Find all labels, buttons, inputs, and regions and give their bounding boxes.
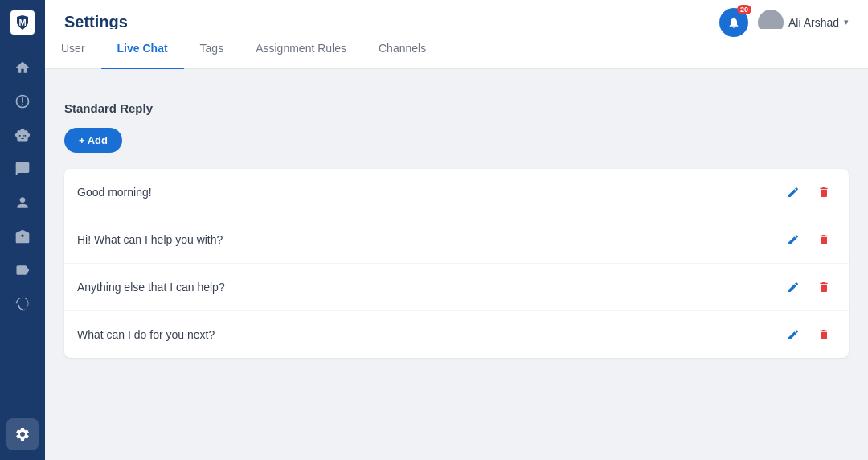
section-title: Standard Reply — [64, 101, 849, 115]
reply-item: Hi! What can I help you with? — [64, 216, 849, 264]
tab-user[interactable]: User — [45, 29, 101, 69]
edit-reply-button[interactable] — [781, 228, 805, 252]
tabs-bar: User Live Chat Tags Assignment Rules Cha… — [45, 29, 868, 69]
reply-item: What can I do for you next? — [64, 311, 849, 358]
reply-text: What can I do for you next? — [77, 328, 781, 341]
sidebar-item-home[interactable] — [6, 51, 39, 84]
sidebar-item-chat[interactable] — [6, 153, 39, 185]
reply-text: Anything else that I can help? — [77, 281, 781, 294]
add-button[interactable]: + Add — [64, 128, 122, 153]
delete-reply-button[interactable] — [812, 275, 836, 299]
reply-item: Good morning! — [64, 169, 849, 216]
chevron-down-icon: ▾ — [844, 17, 849, 27]
tab-tags[interactable]: Tags — [184, 29, 240, 69]
edit-reply-button[interactable] — [781, 275, 805, 299]
sidebar-bottom — [6, 418, 39, 460]
sidebar-nav — [0, 48, 45, 323]
edit-reply-button[interactable] — [781, 180, 805, 204]
reply-text: Hi! What can I help you with? — [77, 233, 781, 246]
reply-actions — [781, 322, 836, 347]
edit-reply-button[interactable] — [781, 322, 805, 347]
reply-actions — [781, 275, 836, 299]
svg-text:M: M — [18, 18, 26, 27]
delete-reply-button[interactable] — [812, 322, 836, 347]
main-content: Settings 20 Ali Arshad ▾ User Live Chat … — [45, 0, 868, 460]
sidebar-item-broadcast[interactable] — [6, 220, 39, 253]
tab-live-chat[interactable]: Live Chat — [101, 29, 184, 69]
user-name: Ali Arshad — [788, 16, 839, 29]
reply-item: Anything else that I can help? — [64, 264, 849, 311]
reply-actions — [781, 228, 836, 252]
delete-reply-button[interactable] — [812, 180, 836, 204]
sidebar-logo: M — [0, 0, 45, 45]
sidebar-item-labels[interactable] — [6, 254, 39, 286]
reply-actions — [781, 180, 836, 204]
app-logo: M — [10, 10, 35, 35]
tab-channels[interactable]: Channels — [362, 29, 442, 69]
reply-list: Good morning!Hi! What can I help you wit… — [64, 169, 849, 358]
sidebar-item-settings[interactable] — [6, 418, 39, 450]
sidebar-item-bot[interactable] — [6, 119, 39, 151]
sidebar-item-chart[interactable] — [6, 85, 39, 117]
delete-reply-button[interactable] — [812, 228, 836, 252]
sidebar: M — [0, 0, 45, 460]
notification-badge: 20 — [737, 5, 751, 14]
notification-button[interactable]: 20 — [719, 8, 748, 37]
sidebar-item-ai[interactable] — [6, 288, 39, 320]
sidebar-item-contacts[interactable] — [6, 187, 39, 219]
reply-text: Good morning! — [77, 186, 781, 199]
tab-assignment-rules[interactable]: Assignment Rules — [240, 29, 362, 69]
content-area: Standard Reply + Add Good morning!Hi! Wh… — [45, 85, 868, 460]
